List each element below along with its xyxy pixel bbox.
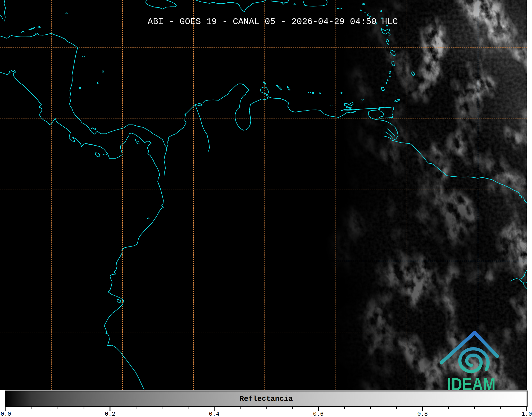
- svg-text:0.0: 0.0: [1, 411, 11, 417]
- svg-text:0.2: 0.2: [105, 411, 115, 417]
- svg-text:0.6: 0.6: [313, 411, 324, 417]
- svg-text:Reflectancia: Reflectancia: [239, 395, 293, 403]
- svg-text:0.8: 0.8: [417, 411, 428, 417]
- svg-text:ABI - GOES 19 - CANAL 05 - 202: ABI - GOES 19 - CANAL 05 - 2026-04-29 04…: [148, 17, 398, 27]
- svg-text:0.4: 0.4: [209, 411, 220, 417]
- svg-text:1.0: 1.0: [521, 411, 532, 417]
